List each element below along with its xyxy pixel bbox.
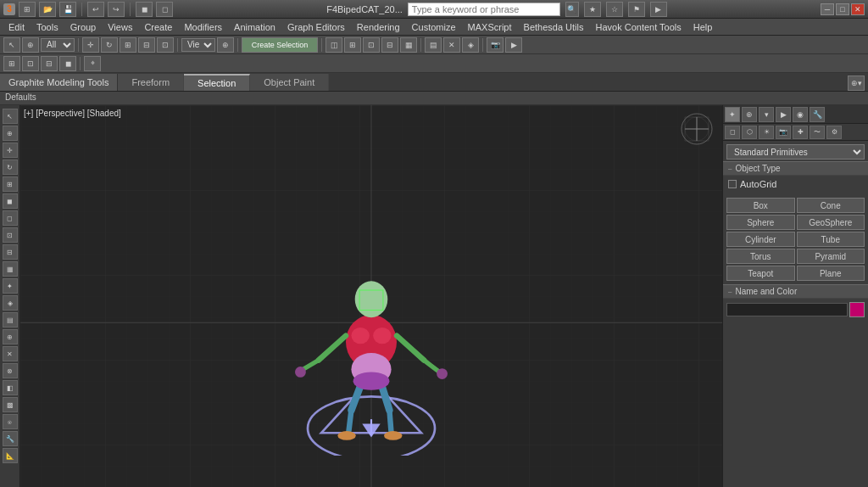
- tb-xform[interactable]: ✕: [443, 37, 460, 53]
- toolbar-btn4[interactable]: ◻: [156, 2, 173, 17]
- menu-create[interactable]: Create: [139, 21, 177, 33]
- btn-box[interactable]: Box: [726, 198, 795, 213]
- rp-subtab-cameras[interactable]: 📷: [776, 126, 791, 139]
- side-btn12[interactable]: ◈: [3, 295, 18, 311]
- rp-subtab-shapes[interactable]: ⬡: [742, 126, 757, 139]
- maximize-button[interactable]: □: [836, 3, 849, 15]
- tb2-5[interactable]: ⌖: [84, 56, 101, 71]
- btn-tube[interactable]: Tube: [797, 232, 865, 247]
- tb-rotate[interactable]: ↻: [101, 37, 118, 53]
- viewport[interactable]: [+] [Perspective] [Shaded]: [20, 105, 722, 487]
- tab-selection[interactable]: Selection: [184, 74, 250, 91]
- tb2-2[interactable]: ⊡: [22, 56, 39, 71]
- side-btn15[interactable]: ✕: [3, 346, 18, 361]
- side-btn19[interactable]: ⍟: [3, 414, 18, 429]
- tb-select2[interactable]: ⊕: [22, 37, 39, 53]
- selection-filter-dropdown[interactable]: All: [41, 38, 75, 52]
- menu-maxscript[interactable]: MAXScript: [463, 21, 517, 33]
- search-option2[interactable]: ☆: [606, 2, 623, 17]
- side-btn13[interactable]: ▤: [3, 312, 18, 327]
- tb-render2[interactable]: ▶: [505, 37, 522, 53]
- primitives-dropdown[interactable]: Standard Primitives: [726, 144, 865, 160]
- tb-align2[interactable]: ⊡: [363, 37, 380, 53]
- tb-scale2[interactable]: ⊟: [138, 37, 155, 53]
- side-btn14[interactable]: ⊕: [3, 329, 18, 344]
- tb-scale[interactable]: ⊞: [120, 37, 136, 53]
- side-btn2[interactable]: ⊕: [3, 126, 18, 141]
- side-btn16[interactable]: ⊗: [3, 363, 18, 378]
- rp-subtab-helpers[interactable]: ✚: [793, 126, 808, 139]
- menu-tools[interactable]: Tools: [31, 21, 64, 33]
- side-btn10[interactable]: ▦: [3, 261, 18, 277]
- tb-create-sel[interactable]: Create Selection: [242, 37, 318, 53]
- toolbar-undo[interactable]: ↩: [87, 2, 104, 17]
- tb-move[interactable]: ✛: [82, 37, 99, 53]
- menu-bethesda[interactable]: Bethesda Utils: [519, 21, 589, 33]
- toolbar-redo[interactable]: ↪: [108, 2, 125, 17]
- collapse-icon-2[interactable]: –: [728, 288, 732, 295]
- menu-help[interactable]: Help: [688, 21, 718, 33]
- object-name-input[interactable]: [726, 303, 848, 316]
- tb2-3[interactable]: ⊟: [41, 56, 58, 71]
- rp-tab-display[interactable]: ◉: [793, 107, 808, 122]
- menu-customize[interactable]: Customize: [407, 21, 461, 33]
- toolbar-open[interactable]: 📂: [39, 2, 56, 17]
- menu-views[interactable]: Views: [103, 21, 137, 33]
- color-swatch[interactable]: [849, 302, 865, 317]
- tab-extra-btn[interactable]: ⊕▾: [848, 76, 865, 91]
- tb-align[interactable]: ⊞: [344, 37, 361, 53]
- toolbar-btn3[interactable]: ◼: [136, 2, 153, 17]
- side-btn8[interactable]: ⊡: [3, 227, 18, 243]
- side-btn3[interactable]: ✛: [3, 143, 18, 158]
- side-btn18[interactable]: ▩: [3, 397, 18, 412]
- tab-freeform[interactable]: Freeform: [118, 74, 184, 91]
- tb-align4[interactable]: ▦: [400, 37, 417, 53]
- btn-geosphere[interactable]: GeoSphere: [797, 215, 865, 230]
- side-select[interactable]: ↖: [3, 109, 18, 124]
- side-btn11[interactable]: ✦: [3, 278, 18, 294]
- search-more[interactable]: ▶: [650, 2, 667, 17]
- side-btn6[interactable]: ◼: [3, 193, 18, 209]
- rp-tab-motion[interactable]: ▶: [776, 107, 791, 122]
- btn-cone[interactable]: Cone: [797, 198, 865, 213]
- side-btn17[interactable]: ◧: [3, 380, 18, 395]
- tb2-4[interactable]: ◼: [59, 56, 76, 71]
- search-input[interactable]: [408, 3, 560, 16]
- search-button[interactable]: 🔍: [565, 2, 579, 17]
- menu-modifiers[interactable]: Modifiers: [179, 21, 227, 33]
- tab-object-paint[interactable]: Object Paint: [250, 74, 329, 91]
- tab-graphite[interactable]: Graphite Modeling Tools: [0, 74, 118, 91]
- rp-tab-create[interactable]: ✦: [725, 107, 740, 122]
- btn-plane[interactable]: Plane: [797, 266, 865, 281]
- tb2-1[interactable]: ⊞: [3, 56, 20, 71]
- menu-rendering[interactable]: Rendering: [352, 21, 405, 33]
- side-btn20[interactable]: 🔧: [3, 431, 18, 446]
- side-btn4[interactable]: ↻: [3, 160, 18, 175]
- rp-subtab-lights[interactable]: ☀: [759, 126, 774, 139]
- rp-subtab-geo[interactable]: ◻: [725, 126, 740, 139]
- tb-pivot[interactable]: ⊕: [217, 37, 234, 53]
- side-btn9[interactable]: ⊟: [3, 244, 18, 260]
- tb-layers[interactable]: ▤: [425, 37, 442, 53]
- toolbar-save[interactable]: 💾: [59, 2, 76, 17]
- autogrid-checkbox[interactable]: [728, 180, 737, 188]
- side-btn21[interactable]: 📐: [3, 448, 18, 463]
- btn-cylinder[interactable]: Cylinder: [726, 232, 795, 247]
- tb-scale3[interactable]: ⊡: [157, 37, 174, 53]
- menu-havok[interactable]: Havok Content Tools: [590, 21, 686, 33]
- rp-subtab-spacewarps[interactable]: 〜: [810, 126, 825, 139]
- btn-teapot[interactable]: Teapot: [726, 266, 795, 281]
- search-option3[interactable]: ⚑: [628, 2, 645, 17]
- side-btn5[interactable]: ⊞: [3, 176, 18, 192]
- tb-camera[interactable]: 📷: [487, 37, 504, 53]
- search-option1[interactable]: ★: [584, 2, 601, 17]
- close-button[interactable]: ✕: [851, 3, 865, 15]
- rp-tab-modify[interactable]: ⊕: [742, 107, 757, 122]
- tb-align3[interactable]: ⊟: [381, 37, 398, 53]
- minimize-button[interactable]: ─: [821, 3, 834, 15]
- btn-pyramid[interactable]: Pyramid: [797, 249, 865, 264]
- menu-graph-editors[interactable]: Graph Editors: [282, 21, 350, 33]
- menu-animation[interactable]: Animation: [229, 21, 281, 33]
- btn-sphere[interactable]: Sphere: [726, 215, 795, 230]
- side-btn7[interactable]: ◻: [3, 210, 18, 226]
